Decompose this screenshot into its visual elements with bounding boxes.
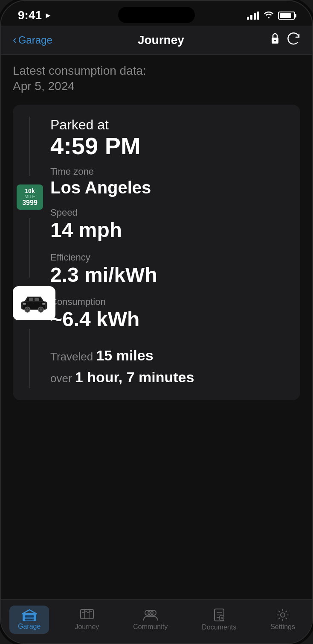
wifi-icon: [264, 11, 274, 20]
timeline-line-top: [29, 117, 30, 176]
tab-documents[interactable]: Documents: [193, 605, 245, 635]
tab-settings-label: Settings: [270, 623, 295, 631]
tab-garage-label: Garage: [18, 623, 41, 630]
svg-point-8: [26, 308, 29, 310]
timezone-section: Time zone Los Angeles: [50, 166, 288, 197]
speed-value: 14 mph: [50, 219, 288, 242]
svg-point-30: [281, 613, 285, 617]
svg-point-1: [274, 40, 276, 41]
efficiency-value: 2.3 mi/kWh: [50, 264, 288, 287]
consumption-header-text: Latest consumption data:: [13, 64, 146, 77]
tab-settings[interactable]: Settings: [262, 605, 304, 634]
nav-actions: [270, 32, 300, 48]
badge-num: 3999: [21, 199, 39, 206]
timezone-label: Time zone: [50, 166, 288, 177]
speed-section: Speed 14 mph: [50, 207, 288, 242]
time-display: 9:41: [18, 9, 42, 22]
traveled-section: Traveled 15 miles over 1 hour, 7 minutes: [50, 345, 288, 388]
lock-icon[interactable]: [270, 32, 281, 48]
parked-time: 4:59 PM: [50, 133, 288, 159]
tab-documents-label: Documents: [202, 624, 236, 631]
svg-rect-11: [23, 303, 26, 305]
svg-rect-16: [81, 609, 93, 619]
tab-community-label: Community: [133, 623, 168, 631]
community-icon: [142, 609, 159, 621]
car-icon: [19, 293, 49, 314]
signal-bars-icon: [247, 12, 259, 20]
consumption-value: ~6.4 kWh: [50, 308, 288, 331]
svg-rect-13: [25, 615, 34, 621]
back-label[interactable]: Garage: [18, 34, 52, 46]
car-icon-box: [13, 286, 55, 320]
svg-point-9: [40, 308, 42, 310]
tab-community[interactable]: Community: [125, 605, 176, 634]
status-right: [247, 11, 295, 20]
svg-rect-10: [42, 303, 45, 305]
documents-icon: [213, 608, 226, 622]
main-content: Latest consumption data: Apr 5, 2024 10k…: [1, 55, 312, 643]
tab-bar: Garage Journey: [1, 599, 312, 643]
timeline-line-mid: [29, 218, 30, 278]
tab-journey-label: Journey: [75, 623, 99, 631]
svg-rect-5: [35, 298, 39, 301]
data-card: 10k MILE 3999: [13, 105, 300, 400]
consumption-header: Latest consumption data: Apr 5, 2024: [13, 63, 300, 94]
battery-icon: [278, 12, 295, 20]
dynamic-island: [118, 7, 195, 23]
navigation-bar: ‹ Garage Journey: [1, 26, 312, 55]
badge-top: 10k: [21, 188, 39, 194]
traveled-line2: over 1 hour, 7 minutes: [50, 366, 288, 388]
efficiency-label: Efficiency: [50, 252, 288, 263]
data-column: Parked at 4:59 PM Time zone Los Angeles …: [47, 117, 288, 388]
phone-frame: 9:41 ►: [0, 0, 313, 644]
parked-section: Parked at 4:59 PM: [50, 117, 288, 159]
consumption-date: Apr 5, 2024: [13, 79, 75, 93]
speed-label: Speed: [50, 207, 288, 218]
parked-label: Parked at: [50, 117, 288, 133]
tab-garage[interactable]: Garage: [9, 606, 49, 634]
consumption-label: Consumption: [50, 296, 288, 307]
efficiency-section: Efficiency 2.3 mi/kWh: [50, 252, 288, 287]
svg-rect-4: [29, 298, 34, 301]
journey-icon: [80, 609, 94, 621]
timeline-line-bottom: [29, 329, 30, 388]
timeline-column: 10k MILE 3999: [13, 117, 47, 388]
timezone-value: Los Angeles: [50, 178, 288, 197]
garage-icon: [22, 609, 37, 621]
location-arrow-icon: ►: [44, 11, 52, 20]
milestone-badge: 10k MILE 3999: [17, 184, 43, 210]
consumption-section: Consumption ~6.4 kWh: [50, 296, 288, 331]
tab-journey[interactable]: Journey: [66, 605, 107, 634]
page-title: Journey: [138, 33, 184, 47]
chevron-left-icon: ‹: [13, 33, 17, 47]
status-time: 9:41 ►: [18, 9, 52, 22]
settings-icon: [276, 609, 289, 621]
back-button[interactable]: ‹ Garage: [13, 33, 52, 47]
refresh-icon[interactable]: [287, 32, 300, 48]
traveled-line1: Traveled 15 miles: [50, 345, 288, 366]
svg-rect-17: [81, 609, 93, 619]
